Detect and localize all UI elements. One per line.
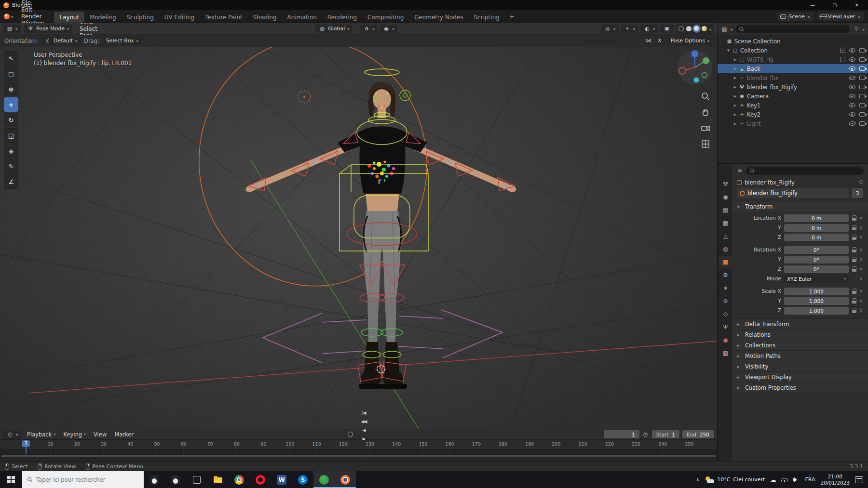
outliner-item-label[interactable]: Key1 — [747, 102, 835, 109]
properties-tab[interactable]: ◉ — [719, 334, 732, 346]
timeline-menu-item[interactable]: Marker — [110, 431, 137, 438]
properties-tab[interactable]: △ — [719, 230, 732, 242]
exclude-checkbox[interactable] — [840, 57, 845, 62]
tool-button[interactable]: ↻ — [4, 113, 18, 127]
current-frame-field[interactable]: 1 — [604, 430, 639, 438]
proportional-editing-toggle[interactable] — [380, 25, 397, 33]
tool-button[interactable]: ⊕ — [4, 82, 18, 96]
properties-tab[interactable]: ⊚ — [719, 295, 732, 307]
auto-keying-button[interactable] — [348, 432, 353, 437]
outliner-row[interactable]: ▶ Light — [718, 119, 868, 128]
hide-eye-icon[interactable] — [849, 48, 855, 53]
clock-widget[interactable]: 21:00 20/01/2023 — [820, 474, 850, 486]
outliner-row[interactable]: ▶ blender fbx_Rigify — [718, 82, 868, 92]
tool-button[interactable]: ◱ — [4, 128, 18, 143]
render-visibility-icon[interactable] — [859, 48, 865, 53]
lock-icon[interactable] — [852, 289, 857, 294]
outliner-search[interactable] — [735, 25, 850, 33]
workspace-tab[interactable]: Rendering — [322, 12, 362, 23]
taskbar-app-button[interactable] — [165, 471, 186, 488]
hide-eye-icon[interactable] — [849, 103, 855, 107]
outliner-editor-icon[interactable] — [721, 26, 728, 32]
outliner-row[interactable]: ▶ blender fbx — [718, 73, 868, 82]
language-indicator[interactable]: FRA — [805, 476, 815, 483]
gizmo-x-axis[interactable] — [679, 67, 686, 74]
overlays-dropdown[interactable] — [640, 25, 658, 33]
zoom-icon[interactable] — [701, 92, 710, 101]
outliner-row[interactable]: ▼ Collection — [718, 46, 868, 55]
tool-button[interactable]: ✎ — [4, 159, 18, 173]
breadcrumb-object-name[interactable]: blender fbx_Rigify — [745, 179, 795, 186]
properties-tab[interactable]: ▤ — [719, 204, 732, 216]
viewport-menu-item[interactable]: Select — [75, 26, 102, 32]
scene-selector[interactable]: Scene — [777, 12, 814, 21]
outliner-item-label[interactable]: Camera — [747, 93, 835, 100]
animate-dot[interactable] — [860, 290, 862, 292]
mode-dropdown[interactable]: Pose Mode — [24, 25, 72, 33]
workspace-tab[interactable]: Animation — [282, 12, 322, 23]
menu-item[interactable]: Edit — [17, 6, 48, 13]
remove-viewlayer-icon[interactable] — [857, 13, 861, 20]
hidden-icons-button[interactable] — [696, 476, 699, 483]
scrollbar-thumb[interactable] — [1, 455, 716, 457]
workspace-tab[interactable]: UV Editing — [159, 12, 200, 23]
animate-dot[interactable] — [860, 236, 862, 238]
properties-tab[interactable]: ▩ — [719, 347, 732, 359]
timeline-menu-item[interactable]: Keying — [59, 431, 90, 438]
viewport-canvas[interactable]: User Perspective (1) blender fbx_Rigify … — [0, 47, 717, 429]
expand-arrow-icon[interactable]: ▶ — [732, 76, 738, 80]
transform-panel-header[interactable]: Transform — [732, 201, 868, 211]
pose-options-dropdown[interactable]: Pose Options — [667, 37, 713, 45]
action-center-icon[interactable] — [855, 476, 863, 483]
shading-wireframe-button[interactable] — [678, 26, 684, 31]
lock-icon[interactable] — [852, 298, 857, 303]
value-field[interactable]: 0° — [784, 256, 849, 264]
properties-tab[interactable]: ▦ — [719, 217, 732, 229]
workspace-tab[interactable]: Sculpting — [122, 12, 159, 23]
properties-tab[interactable]: ∗ — [719, 282, 732, 294]
shading-rendered-button[interactable] — [702, 26, 707, 31]
properties-tab[interactable]: Ψ — [719, 321, 732, 333]
hide-eye-icon[interactable] — [849, 85, 855, 89]
taskbar-app-button[interactable] — [207, 471, 229, 488]
hide-eye-icon[interactable] — [849, 57, 855, 62]
hide-eye-icon[interactable] — [849, 94, 855, 98]
properties-tab[interactable]: ⚒ — [719, 178, 732, 190]
workspace-tab[interactable]: Layout — [54, 12, 84, 23]
panel-header[interactable]: Motion Paths — [732, 350, 868, 361]
workspace-tab[interactable]: Compositing — [362, 12, 409, 23]
render-visibility-icon[interactable] — [859, 94, 865, 98]
value-field[interactable]: 0 m — [784, 214, 849, 222]
orientation-preset-dropdown[interactable]: Default — [41, 37, 81, 45]
hide-eye-icon[interactable] — [849, 66, 855, 71]
outliner-row[interactable]: ▶ Key1 — [718, 101, 868, 110]
expand-arrow-icon[interactable]: ▶ — [732, 85, 738, 89]
render-visibility-icon[interactable] — [859, 66, 865, 71]
taskbar-search-input[interactable] — [36, 476, 133, 483]
hide-eye-icon[interactable] — [849, 76, 855, 80]
taskbar-app-button[interactable] — [250, 471, 271, 488]
outliner-item-label[interactable]: Scene Collection — [734, 38, 835, 45]
camera-view-icon[interactable] — [701, 123, 710, 133]
filter-icon[interactable] — [853, 26, 860, 31]
value-field[interactable]: 0 m — [784, 234, 849, 241]
animate-dot[interactable] — [860, 268, 862, 270]
visibility-dropdown[interactable] — [601, 25, 619, 33]
panel-header[interactable]: Visibility — [732, 361, 868, 371]
outliner-item-label[interactable]: blender fbx — [747, 75, 835, 81]
taskbar-search[interactable] — [22, 471, 144, 488]
panel-header[interactable]: Viewport Display — [732, 371, 868, 382]
expand-arrow-icon[interactable]: ▶ — [732, 94, 738, 98]
transform-orientation-dropdown[interactable]: Global — [315, 25, 353, 33]
editor-type-button[interactable] — [3, 25, 21, 33]
transport-button[interactable]: ◀ — [358, 426, 370, 435]
taskbar-app-button[interactable]: S — [292, 471, 313, 488]
animate-dot[interactable] — [860, 300, 862, 302]
lock-icon[interactable] — [852, 257, 857, 262]
outliner-row[interactable]: ▶ Camera — [718, 92, 868, 101]
shading-material-button[interactable] — [694, 26, 699, 31]
lock-icon[interactable] — [852, 266, 857, 272]
timeline-editor-button[interactable] — [3, 430, 21, 439]
lock-icon[interactable] — [852, 308, 857, 313]
start-frame-field[interactable]: Start 1 — [652, 430, 679, 438]
